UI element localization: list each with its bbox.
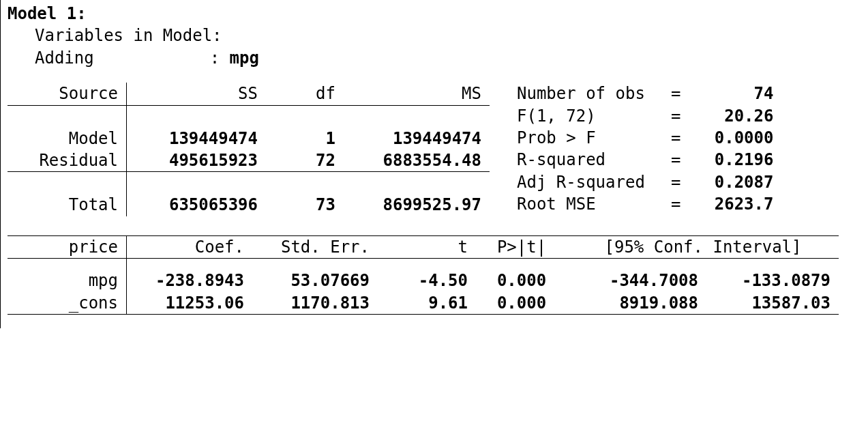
row-label: Total	[8, 194, 127, 216]
adding-colon: :	[210, 48, 220, 68]
row-se: 53.07669	[252, 270, 378, 291]
row-coef: 11253.06	[127, 292, 253, 315]
equals: =	[667, 127, 685, 149]
stat-value: 74	[685, 83, 780, 104]
row-p: 0.000	[476, 292, 567, 315]
coef-table: price Coef. Std. Err. t P>|t| [95% Conf.…	[8, 235, 839, 315]
stat-value: 0.0000	[685, 127, 780, 149]
col-p: P>|t|	[476, 235, 567, 258]
col-ss: SS	[127, 83, 267, 105]
row-lo: -344.7008	[567, 270, 706, 291]
row-ss: 139449474	[127, 128, 267, 149]
row-df: 1	[266, 128, 344, 149]
col-ci: [95% Conf. Interval]	[567, 235, 839, 258]
added-var: mpg	[230, 48, 259, 68]
row-ms: 6883554.48	[344, 149, 490, 172]
row-lo: 8919.088	[567, 292, 706, 315]
row-ms: 8699525.97	[344, 194, 490, 216]
equals: =	[667, 193, 685, 215]
col-df: df	[266, 83, 344, 105]
col-t: t	[378, 235, 476, 258]
stata-output: Model 1: Variables in Model: Adding: mpg…	[1, 0, 868, 328]
row-label: _cons	[8, 292, 127, 315]
depvar: price	[8, 235, 127, 258]
row-hi: -133.0879	[706, 270, 839, 291]
stat-value: 2623.7	[685, 193, 780, 215]
stat-label: Root MSE	[510, 193, 667, 215]
row-ss: 635065396	[127, 194, 267, 216]
equals: =	[667, 149, 685, 171]
row-label: Residual	[8, 149, 127, 172]
stat-value: 0.2087	[685, 171, 780, 193]
equals: =	[667, 171, 685, 193]
stat-label: Number of obs	[510, 83, 667, 104]
row-label: mpg	[8, 270, 127, 291]
row-se: 1170.813	[252, 292, 378, 315]
anova-row-total: Total 635065396 73 8699525.97	[8, 194, 490, 216]
row-hi: 13587.03	[706, 292, 839, 315]
model-stats: Number of obs = 74 F(1, 72) = 20.26 Prob…	[510, 83, 780, 215]
equals: =	[667, 105, 685, 127]
row-t: -4.50	[378, 270, 476, 291]
row-coef: -238.8943	[127, 270, 253, 291]
coef-row-mpg: mpg -238.8943 53.07669 -4.50 0.000 -344.…	[8, 270, 839, 291]
row-p: 0.000	[476, 270, 567, 291]
stat-label: F(1, 72)	[510, 105, 667, 127]
row-df: 72	[266, 149, 344, 172]
row-t: 9.61	[378, 292, 476, 315]
stat-label: Adj R-squared	[510, 171, 667, 193]
col-source: Source	[8, 83, 127, 105]
vars-in-model: Variables in Model:	[8, 25, 861, 46]
col-ms: MS	[344, 83, 490, 105]
stat-value: 0.2196	[685, 149, 780, 171]
anova-table: Source SS df MS Model 139449474 1 139449…	[8, 83, 490, 216]
row-ss: 495615923	[127, 149, 267, 172]
anova-row-model: Model 139449474 1 139449474	[8, 128, 490, 149]
row-df: 73	[266, 194, 344, 216]
row-ms: 139449474	[344, 128, 490, 149]
adding-line: Adding: mpg	[8, 47, 861, 69]
row-label: Model	[8, 128, 127, 149]
col-coef: Coef.	[127, 235, 253, 258]
adding-label: Adding	[35, 48, 94, 68]
stat-label: Prob > F	[510, 127, 667, 149]
equals: =	[667, 83, 685, 104]
stat-label: R-squared	[510, 149, 667, 171]
model-label: Model 1:	[8, 3, 861, 25]
coef-row-cons: _cons 11253.06 1170.813 9.61 0.000 8919.…	[8, 292, 839, 315]
stat-value: 20.26	[685, 105, 780, 127]
anova-row-residual: Residual 495615923 72 6883554.48	[8, 149, 490, 172]
col-se: Std. Err.	[252, 235, 378, 258]
